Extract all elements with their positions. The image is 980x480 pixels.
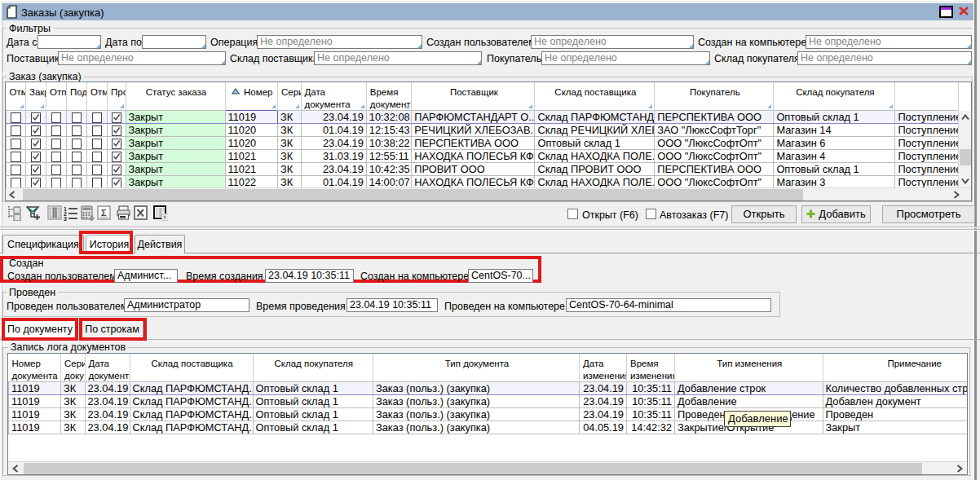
- svg-text:Σ: Σ: [101, 208, 107, 218]
- svg-text:3: 3: [64, 216, 67, 222]
